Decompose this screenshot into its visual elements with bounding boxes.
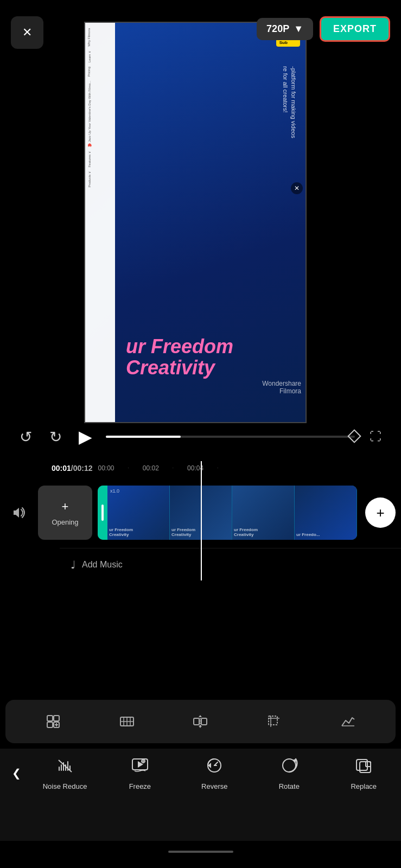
- redo-button[interactable]: ↻: [41, 422, 71, 452]
- timeline-scrubber[interactable]: [106, 436, 355, 438]
- svg-rect-1: [54, 716, 59, 721]
- scroll-bar[interactable]: [168, 851, 233, 853]
- noise-reduce-label: Noise Reduce: [43, 782, 87, 790]
- trim-button[interactable]: [113, 708, 141, 735]
- track-frame-text-0: ur FreedomCreativity: [109, 527, 133, 537]
- scrubber-progress: [106, 436, 181, 438]
- nav-item-reverse[interactable]: Reverse: [193, 757, 236, 790]
- volume-icon: [11, 505, 27, 520]
- undo-button[interactable]: ↺: [11, 422, 41, 452]
- track-frame-3: ur Freedo...: [295, 486, 357, 540]
- replace-label: Replace: [351, 782, 377, 790]
- close-button[interactable]: ✕: [11, 16, 43, 49]
- time-markers: 00:00 · 00:02 · 00:04 ·: [93, 464, 401, 472]
- top-bar: ✕ 720P ▼ EXPORT: [0, 0, 401, 98]
- add-music-label: Add Music: [82, 560, 123, 570]
- nav-item-replace[interactable]: Replace: [342, 757, 385, 790]
- bottom-nav: ❮ Noise Reduce: [0, 749, 401, 841]
- export-button[interactable]: EXPORT: [320, 16, 390, 42]
- trim-icon: [119, 714, 135, 729]
- play-button[interactable]: ▶: [71, 422, 100, 452]
- track-handle-dot: [101, 505, 104, 521]
- quality-button[interactable]: 720P ▼: [257, 18, 313, 40]
- opening-plus-icon: +: [62, 500, 69, 514]
- opening-label: Opening: [52, 518, 78, 526]
- track-frame-2: ur FreedomCreativity: [232, 486, 295, 540]
- nav-back-button[interactable]: ❮: [0, 757, 27, 789]
- svg-rect-2: [47, 722, 53, 727]
- track-frame-text-1: ur FreedomCreativity: [171, 527, 195, 537]
- crop-button[interactable]: [260, 708, 288, 735]
- top-right-controls: 720P ▼ EXPORT: [257, 16, 390, 42]
- add-clip-icon: +: [376, 505, 384, 521]
- crop-icon: [266, 714, 282, 729]
- replace-icon: [355, 757, 372, 778]
- track-frame-text-3: ur Freedo...: [296, 532, 320, 537]
- redo-icon: ↻: [49, 428, 62, 446]
- freeze-label: Freeze: [129, 782, 151, 790]
- svg-rect-21: [61, 764, 62, 771]
- svg-rect-16: [269, 716, 277, 725]
- video-watermark: Wondershare Filmora: [262, 380, 301, 395]
- chart-button[interactable]: [334, 708, 361, 735]
- svg-rect-23: [65, 764, 66, 771]
- bottom-tools: [5, 700, 396, 743]
- freeze-icon: [131, 757, 149, 778]
- svg-rect-12: [201, 718, 207, 725]
- fullscreen-icon: ⛶: [370, 430, 381, 444]
- add-frame-button[interactable]: [40, 708, 67, 735]
- reverse-icon: [206, 757, 223, 778]
- timeline-needle: [201, 461, 202, 580]
- track-speed-badge: x1.0: [110, 488, 119, 494]
- add-clip-button[interactable]: +: [365, 497, 396, 528]
- svg-rect-0: [47, 716, 53, 721]
- music-icon: ♩: [71, 558, 75, 571]
- add-music-row[interactable]: ♩ Add Music: [60, 548, 401, 580]
- undo-icon: ↺: [20, 428, 32, 446]
- total-time: 00:12: [73, 464, 93, 473]
- svg-rect-11: [194, 718, 199, 725]
- diamond-marker-icon: [347, 429, 361, 443]
- svg-marker-14: [199, 715, 202, 717]
- opening-button[interactable]: + Opening: [38, 486, 92, 540]
- svg-rect-20: [59, 767, 60, 771]
- current-time: 00:01: [52, 464, 71, 473]
- playback-controls: ↺ ↻ ▶ ⛶: [0, 412, 401, 461]
- time-dot-3: ·: [217, 465, 218, 470]
- nav-items: Noise Reduce Freeze: [27, 757, 401, 790]
- rotate-label: Rotate: [279, 782, 300, 790]
- noise-reduce-icon: [56, 757, 74, 778]
- add-frame-icon: [46, 714, 61, 729]
- time-dot-2: ·: [173, 465, 174, 470]
- video-close-icon: ✕: [291, 182, 303, 194]
- track-frame-0: x1.0 ur FreedomCreativity: [107, 486, 170, 540]
- track-frames: x1.0 ur FreedomCreativity ur FreedomCrea…: [107, 486, 357, 540]
- quality-arrow-icon: ▼: [294, 23, 303, 35]
- chart-icon: [340, 714, 355, 729]
- rotate-icon: [281, 757, 298, 778]
- time-marker-0: 00:00: [98, 464, 114, 472]
- track-frame-text-2: ur FreedomCreativity: [234, 527, 258, 537]
- fullscreen-button[interactable]: ⛶: [360, 422, 390, 452]
- nav-item-freeze[interactable]: Freeze: [118, 757, 162, 790]
- track-handle-left[interactable]: [98, 486, 107, 540]
- video-text-overlay: ur Freedom Creativity: [126, 336, 233, 379]
- quality-label: 720P: [266, 23, 289, 35]
- split-icon: [193, 714, 208, 729]
- split-button[interactable]: [187, 708, 214, 735]
- play-icon: ▶: [79, 426, 92, 447]
- video-track[interactable]: x1.0 ur FreedomCreativity ur FreedomCrea…: [98, 486, 357, 540]
- time-dot-1: ·: [128, 465, 129, 470]
- volume-button[interactable]: [5, 499, 33, 526]
- nav-item-noise-reduce[interactable]: Noise Reduce: [43, 757, 87, 790]
- svg-marker-15: [199, 726, 202, 728]
- reverse-label: Reverse: [201, 782, 227, 790]
- nav-item-rotate[interactable]: Rotate: [268, 757, 311, 790]
- time-marker-1: 00:02: [143, 464, 159, 472]
- back-icon: ❮: [12, 767, 21, 780]
- close-icon: ✕: [22, 25, 32, 40]
